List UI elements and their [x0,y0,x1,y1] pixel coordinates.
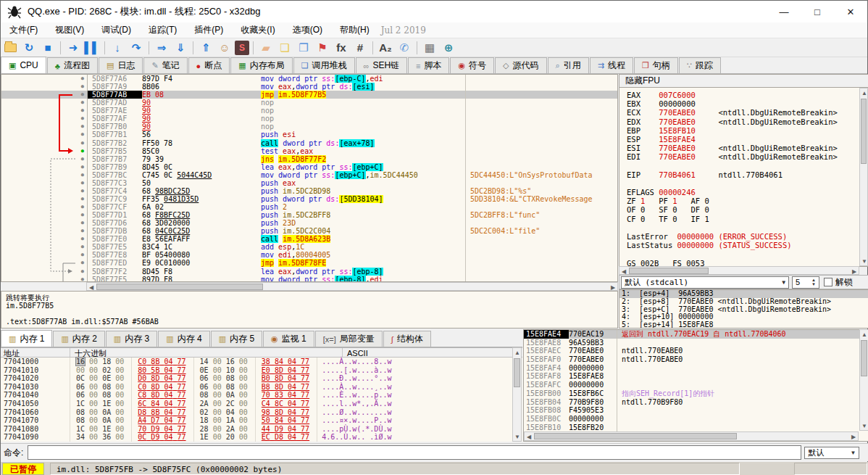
disasm-row[interactable]: ●5D8F77A98B06mov eax,dword ptr ds:[esi] [1,83,617,91]
calling-convention-select[interactable]: 默认 (stdcall) ▼ [621,276,789,289]
disasm-h-scrollbar[interactable]: ◀ ▶ [86,282,618,291]
breakpoint-dot[interactable]: ● [1,83,87,91]
dump-row[interactable]: 770410200C 00 0E 00D0 8D 04 7706 00 08 0… [1,374,522,383]
register-line[interactable] [627,223,868,232]
breakpoint-dot[interactable]: ● [1,171,87,179]
breakpoint-dot[interactable]: ● [1,99,87,107]
breakpoint-dot[interactable]: ● [1,163,87,171]
menu-item[interactable]: 文件(F) [1,22,46,38]
breakpoint-dot[interactable]: ● [1,227,87,235]
breakpoint-dot[interactable]: ● [1,203,87,211]
tab-seh[interactable]: ∞SEH链 [356,57,408,73]
close-button[interactable]: ✕ [834,1,867,22]
register-line[interactable]: CF 0 TF 0 IF 1 [627,215,868,223]
breakpoint-dot[interactable]: ● [1,187,87,195]
calculator-icon[interactable]: ▦ [421,40,438,56]
hide-fpu-button[interactable]: 隐藏FPU [619,74,868,88]
disasm-row[interactable]: ●5D8F77B2FF50 78call dword ptr ds:[eax+7… [1,139,617,147]
menu-item[interactable]: 追踪(T) [140,22,185,38]
scylla-icon[interactable]: S [235,41,249,55]
dump-row[interactable]: 770410501C 00 1E 006C 84 04 772A 00 2C 0… [1,400,522,408]
disasm-row[interactable]: ●5D8F77AD90nop [1,99,617,107]
step-into-icon[interactable]: ↓ [109,40,126,56]
labels-icon[interactable]: ❐ [295,40,312,56]
stack-row[interactable]: 15E8FAF400000000 [524,364,868,373]
breakpoint-dot[interactable]: ● [1,91,87,99]
register-line[interactable]: ZF 1 PF 1 AF 0 [627,197,868,205]
disasm-row[interactable]: ●5D8F77F5897D F8mov dword ptr ss:[ebp-8]… [1,276,617,282]
registers-v-scrollbar[interactable]: ▲ ▼ [859,88,868,266]
functions-icon[interactable]: fx [333,40,350,56]
minimize-button[interactable]: — [767,1,801,22]
disasm-row[interactable]: ●5D8F77CF6A 02push 2 [1,203,617,211]
menu-item[interactable]: 调试(D) [93,22,140,38]
stack-row[interactable]: 15E8FAE896A59BB3 [524,339,868,347]
breakpoint-dot[interactable]: ● [1,219,87,227]
command-input[interactable] [28,445,801,460]
menu-item[interactable]: 帮助(H) [331,22,378,38]
dump-row[interactable]: 7704103006 00 08 00C0 8D 04 7706 00 08 0… [1,383,522,392]
stack-row[interactable]: 15E8FAE4770EAC19返回到 ntdll.770EAC19 自 ntd… [524,330,868,339]
tab-cpu[interactable]: ▣CPU [1,57,46,73]
tab-symbols[interactable]: ◉符号 [450,57,494,73]
register-line[interactable]: ESI 770EABE0 <ntdll.DbgUiRemoteBreakin> [627,144,868,152]
disasm-row[interactable]: ●5D8F77EDE9 0C010000jmp im.5D8F78FE [1,259,617,267]
tab-source[interactable]: ◇源代码 [495,57,546,73]
stack-row[interactable]: 15E8FB1015E8FB20 [524,424,868,432]
registers-h-scrollbar[interactable]: ◀ ▶ [619,266,859,275]
tab-dump-4[interactable]: ▥内存 4 [158,331,209,347]
unlock-checkbox[interactable]: 解锁 [824,276,853,289]
open-file-icon[interactable] [1,40,19,56]
menu-item[interactable]: 插件(P) [185,22,232,38]
register-line[interactable] [627,162,868,170]
breakpoint-dot[interactable]: ● [1,259,87,267]
disasm-row[interactable]: ●5D8F77D668 3D020000push 23D [1,219,617,227]
tab-handles[interactable]: ❒句柄 [634,57,678,73]
disasm-row[interactable]: ●5D8F77BCC745 0C 5044C45Dmov dword ptr s… [1,171,617,179]
disasm-row[interactable]: ●5D8F77E583C4 1Cadd esp,1C [1,243,617,251]
register-line[interactable]: EDX 770EABE0 <ntdll.DbgUiRemoteBreakin> [627,117,868,126]
stack-row[interactable]: 15E8FAF815E8FAE8 [524,372,868,381]
arguments-pane[interactable]: 1: [esp+4] 96A59BB32: [esp+8] 770EABE0 <… [619,289,868,329]
register-line[interactable]: OF 0 SF 0 DF 0 [627,205,868,214]
disasm-row[interactable]: ●5D8F77ABEB 08jmp im.5D8F77B5 [1,91,617,99]
menu-item[interactable]: 视图(V) [46,22,93,38]
disasm-row[interactable]: ●5D8F77B090nop [1,123,617,131]
argument-row[interactable]: 2: [esp+8] 770EABE0 <ntdll.DbgUiRemoteBr… [619,298,868,306]
breakpoint-dot[interactable]: ● [1,131,87,139]
tab-memory-map[interactable]: ▦内存布局 [230,57,292,73]
maximize-button[interactable]: □ [801,1,834,22]
breakpoint-dot[interactable]: ● [1,268,87,276]
stack-row[interactable]: 15E8FB0C00000000 [524,415,868,424]
disasm-row[interactable]: ●5D8F77D168 F8BFC25Dpush im.5DC2BFF85DC2… [1,211,617,219]
breakpoint-dot[interactable]: ● [1,195,87,203]
tab-struct[interactable]: ∫结构体 [383,331,431,347]
execute-till-return-icon[interactable]: ⇒ [153,40,170,56]
register-line[interactable] [627,179,868,188]
stack-v-scrollbar[interactable]: ▲ ▼ [859,329,868,431]
registers-pane[interactable]: EAX 007C6000EBX 00000000ECX 770EABE0 <nt… [619,87,868,267]
tab-dump-2[interactable]: ▥内存 2 [53,331,104,347]
tab-breakpoints[interactable]: ●断点 [188,57,230,73]
stack-row[interactable]: 15E8FB08F45905E3 [524,406,868,415]
breakpoint-dot[interactable]: ● [1,276,87,282]
argument-row[interactable]: 5: [esp+14] 15E8FAE8 [619,321,868,329]
breakpoint-dot[interactable]: ● [1,139,87,147]
disasm-row[interactable]: ●5D8F77E8BF 05400080mov edi,80004005 [1,251,617,259]
disasm-row[interactable]: ●5D8F77B585C0test eax,eax [1,147,617,155]
disasm-row[interactable]: ●5D8F77A6897D F4mov dword ptr ss:[ebp-C]… [1,75,617,83]
disasm-row[interactable]: ●5D8F77C9FF35 0481D35Dpush dword ptr ds:… [1,195,617,203]
tab-call-stack[interactable]: ❏调用堆栈 [293,57,355,73]
register-line[interactable]: EBX 00000000 [627,99,868,108]
tab-trace[interactable]: ∵跟踪 [679,57,721,73]
menu-item[interactable]: 选项(O) [284,22,331,38]
attach-user-icon[interactable]: ☺ [216,40,233,56]
disasm-row[interactable]: ●5D8F77B779 39jns im.5D8F77F2 [1,155,617,163]
stack-row[interactable]: 15E8FB0015E8FB6C指向SEH_Record[1]的指针 [524,389,868,398]
tab-notes[interactable]: ✎笔记 [143,57,187,73]
stack-row[interactable]: 15E8FB04770B9F80ntdll.770B9F80 [524,398,868,407]
disasm-row[interactable]: ●5D8F77DB68 04C0C25Dpush im.5DC2C0045DC2… [1,227,617,235]
stack-h-scrollbar[interactable]: ◀ ▶ [524,431,859,441]
breakpoint-dot[interactable]: ● [1,235,87,243]
register-line[interactable]: EAX 007C6000 [627,91,868,99]
